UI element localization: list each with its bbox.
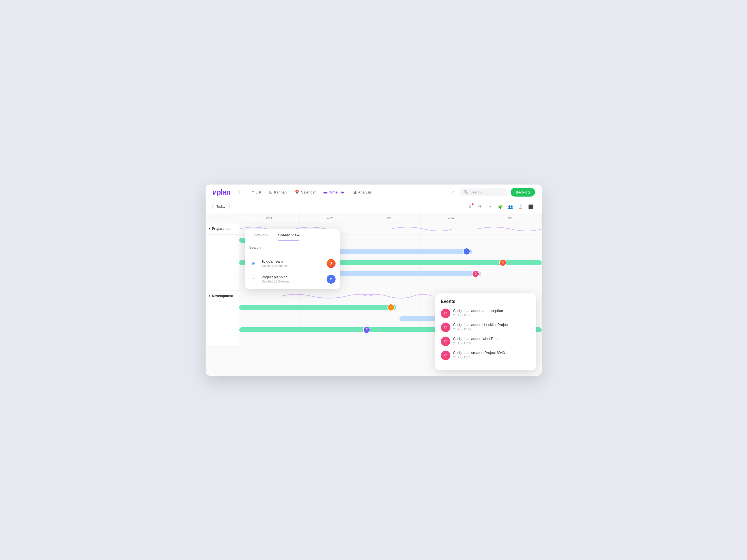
week-w11: W11 bbox=[239, 213, 300, 223]
list-icon: ≡ bbox=[252, 190, 254, 194]
week-w15: W15 bbox=[481, 213, 542, 223]
today-button[interactable]: Today bbox=[212, 203, 230, 210]
section-label-col-prep: ▾ Preparation bbox=[206, 223, 239, 291]
backlog-button[interactable]: Backlog bbox=[511, 188, 535, 196]
dropdown-items: ⊞ To do's Team Modified 23 August J ≡ Pr… bbox=[245, 254, 340, 289]
event-text-4: Carlijn has created Project 8943 bbox=[453, 351, 531, 355]
calendar-icon: 📅 bbox=[294, 190, 299, 194]
event-avatar-4: C bbox=[441, 351, 450, 360]
list-item: C Carlijn has added a description 28 Jul… bbox=[441, 309, 531, 318]
chevron-down-icon2: ▾ bbox=[209, 295, 210, 297]
list-item: C Carlijn has created Project 8943 28 Ju… bbox=[441, 351, 531, 360]
event-avatar-2: C bbox=[441, 323, 450, 332]
tab-timeline[interactable]: ▬ Timeline bbox=[320, 188, 347, 196]
week-w13: W13 bbox=[360, 213, 421, 223]
filter-icon[interactable]: ⧖ bbox=[466, 203, 474, 211]
event-avatar-3: C bbox=[441, 337, 450, 346]
event-time-1: 28 July 13:40 bbox=[453, 314, 531, 317]
event-text-3: Carlijn has added label Prio bbox=[453, 337, 531, 341]
list-item: C Carlijn has added checklist Project 28… bbox=[441, 323, 531, 332]
project-planning-title: Project planning bbox=[262, 275, 323, 279]
section-label-development[interactable]: ▾ Development bbox=[206, 291, 239, 302]
event-time-2: 28 July 13:39 bbox=[453, 328, 531, 331]
main-content: W11 W12 W13 W14 W15 ▾ Preparation bbox=[206, 213, 542, 376]
top-nav: vvplanplan + ≡ List ⊞ Kanban 📅 Calendar … bbox=[206, 185, 542, 200]
app-logo: vvplanplan bbox=[212, 188, 231, 196]
week-w12: W12 bbox=[300, 213, 360, 223]
week-spacer bbox=[206, 213, 239, 223]
tab-shared-view[interactable]: Shared view bbox=[274, 229, 304, 241]
analysis-icon: 📊 bbox=[352, 190, 357, 194]
tab-list[interactable]: ≡ List bbox=[248, 188, 264, 196]
todo-team-icon: ⊞ bbox=[249, 259, 258, 268]
section-label-col-dev: ▾ Development bbox=[206, 291, 239, 347]
event-content-3: Carlijn has added label Prio 28 July 13:… bbox=[453, 337, 531, 345]
search-input[interactable] bbox=[470, 190, 504, 194]
timeline-icon: ▬ bbox=[324, 190, 328, 194]
sub-toolbar: Today ⧖ 👁 ✂ 🧩 👥 📋 ⬛ bbox=[206, 200, 542, 213]
global-search[interactable]: 🔍 bbox=[460, 188, 507, 196]
toolbar-icons: ⧖ 👁 ✂ 🧩 👥 📋 ⬛ bbox=[466, 203, 535, 211]
week-headers: W11 W12 W13 W14 W15 bbox=[206, 213, 542, 223]
search-icon: 🔍 bbox=[464, 190, 468, 194]
dropdown-tabs: New view Shared view bbox=[245, 229, 340, 241]
event-content-2: Carlijn has added checklist Project 28 J… bbox=[453, 323, 531, 331]
kanban-icon: ⊞ bbox=[269, 190, 273, 194]
tab-new-view[interactable]: New view bbox=[249, 229, 274, 241]
puzzle-icon[interactable]: 🧩 bbox=[496, 203, 505, 211]
add-button[interactable]: + bbox=[238, 189, 241, 195]
dropdown-panel: New view Shared view ⊞ To do's Team Modi… bbox=[245, 229, 340, 289]
list-icon2[interactable]: 📋 bbox=[516, 203, 525, 211]
tab-calendar[interactable]: 📅 Calendar bbox=[291, 188, 319, 196]
event-time-4: 28 July 13:38 bbox=[453, 355, 531, 359]
event-content-1: Carlijn has added a description 28 July … bbox=[453, 309, 531, 317]
project-planning-subtitle: Modified 18 Oktober bbox=[262, 280, 323, 283]
list-item[interactable]: ≡ Project planning Modified 18 Oktober M bbox=[245, 271, 340, 287]
scissors-icon[interactable]: ✂ bbox=[486, 203, 495, 211]
project-planning-info: Project planning Modified 18 Oktober bbox=[262, 275, 323, 283]
event-text-2: Carlijn has added checklist Project bbox=[453, 323, 531, 327]
tab-kanban[interactable]: ⊞ Kanban bbox=[266, 188, 290, 196]
eye-icon[interactable]: 👁 bbox=[476, 203, 485, 211]
dropdown-search-area[interactable] bbox=[245, 241, 340, 254]
layers-icon[interactable]: ⬛ bbox=[526, 203, 535, 211]
tab-analysis[interactable]: 📊 Analysis bbox=[349, 188, 375, 196]
expand-button[interactable]: ⤢ bbox=[448, 188, 457, 196]
todo-team-title: To do's Team bbox=[262, 259, 323, 264]
people-icon[interactable]: 👥 bbox=[507, 203, 515, 211]
chevron-down-icon: ▾ bbox=[209, 228, 210, 230]
event-content-4: Carlijn has created Project 8943 28 July… bbox=[453, 351, 531, 359]
event-avatar-1: C bbox=[441, 309, 450, 318]
project-planning-avatar: M bbox=[327, 275, 336, 284]
app-window: vvplanplan + ≡ List ⊞ Kanban 📅 Calendar … bbox=[206, 185, 542, 376]
events-panel: Events C Carlijn has added a description… bbox=[435, 293, 536, 370]
event-time-3: 28 July 13:39 bbox=[453, 342, 531, 345]
nav-tabs: ≡ List ⊞ Kanban 📅 Calendar ▬ Timeline 📊 … bbox=[248, 188, 375, 196]
list-item: C Carlijn has added label Prio 28 July 1… bbox=[441, 337, 531, 346]
todo-team-info: To do's Team Modified 23 August bbox=[262, 259, 323, 267]
section-label-preparation[interactable]: ▾ Preparation bbox=[206, 223, 239, 235]
dropdown-search-input[interactable] bbox=[249, 245, 336, 249]
todo-team-subtitle: Modified 23 August bbox=[262, 264, 323, 267]
week-w14: W14 bbox=[421, 213, 481, 223]
list-item[interactable]: ⊞ To do's Team Modified 23 August J bbox=[245, 256, 340, 271]
event-text-1: Carlijn has added a description bbox=[453, 309, 531, 313]
events-title: Events bbox=[441, 299, 531, 304]
todo-team-avatar: J bbox=[327, 259, 336, 268]
nav-right: ⤢ 🔍 Backlog bbox=[448, 188, 535, 196]
project-planning-icon: ≡ bbox=[249, 275, 258, 284]
